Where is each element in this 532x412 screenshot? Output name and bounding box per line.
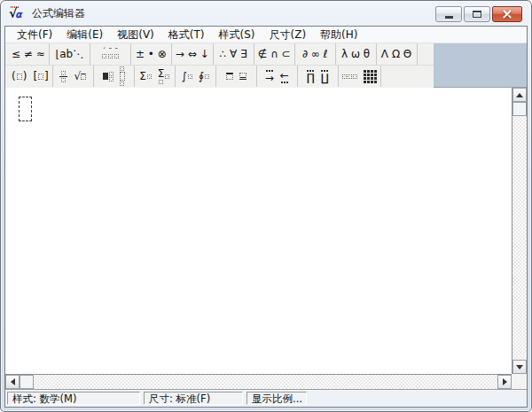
matrix-cell: [364, 70, 366, 73]
menu-help[interactable]: 帮助(H): [313, 27, 364, 43]
minimize-button[interactable]: [435, 6, 462, 22]
integral-glyph: ∫: [181, 71, 186, 82]
maximize-icon: [473, 11, 481, 18]
greek-lowercase-icon: λ ω θ: [341, 48, 370, 60]
dotted-slot-box: [159, 80, 163, 84]
bracket-template-icon: []: [33, 71, 48, 82]
empty-equation-slot[interactable]: [19, 97, 32, 121]
scroll-right-button[interactable]: [497, 375, 512, 389]
dotted-slot-box: [353, 74, 357, 79]
palette-greek-uppercase[interactable]: Λ Ω Θ: [377, 43, 418, 65]
palette-fence-templates[interactable]: () []: [8, 66, 53, 87]
equation-editor-window: √ α 公式编辑器 文件(F) 编辑(E) 视图(V) 格式(T) 样式(S) …: [0, 0, 532, 412]
toolbar-dock: ≤ ≠ ≈ ⌊ab⋱ ˊ ¨ ˉ ± • ⊗ → ⇔ ↓ ∴ ∀ ∃ ∉ ∩ ⊂…: [5, 43, 527, 88]
status-style-panel[interactable]: 样式: 数学(M): [7, 392, 140, 405]
arrow-left-glyph: ←: [280, 70, 289, 81]
arrow-left-icon: [11, 378, 15, 385]
vertical-scrollbar[interactable]: [512, 88, 527, 374]
palette-operator-symbols[interactable]: ± • ⊗: [131, 43, 172, 65]
matrix-cell: [374, 77, 377, 80]
matrix-row-template-icon: [342, 74, 357, 79]
matrix-cell: [367, 70, 370, 73]
dotted-slot-box: [188, 74, 192, 79]
paren-template-icon: (): [12, 71, 27, 82]
dotted-slot-box: [109, 77, 113, 82]
contour-integral-template-icon: ∮: [199, 71, 209, 82]
status-zoom-panel[interactable]: 显示比例...: [246, 392, 307, 405]
menu-format[interactable]: 格式(T): [161, 27, 212, 43]
scroll-up-button[interactable]: [512, 88, 527, 102]
sum-with-limits-template-icon: Σ: [158, 68, 170, 84]
overunder-script-template-icon: [120, 66, 125, 86]
menu-bar: 文件(F) 编辑(E) 视图(V) 格式(T) 样式(S) 尺寸(Z) 帮助(H…: [5, 27, 527, 43]
horizontal-scroll-track[interactable]: [34, 375, 497, 389]
dotted-slot-box: [61, 78, 66, 82]
palette-summation-templates[interactable]: Σ Σ: [135, 66, 176, 87]
vertical-scroll-track[interactable]: [512, 116, 527, 360]
matrix-cell: [364, 77, 366, 80]
scrollbar-corner: [512, 374, 527, 389]
minimize-icon: [445, 16, 453, 19]
matrix-cell: [367, 81, 370, 83]
horizontal-scroll-thumb[interactable]: [20, 375, 34, 389]
status-size-panel[interactable]: 尺寸: 标准(F): [144, 392, 243, 405]
maximize-button[interactable]: [464, 6, 490, 22]
arrow-right-glyph: →: [265, 73, 274, 83]
vertical-scroll-thumb[interactable]: [512, 102, 527, 116]
matrix-cell: [374, 70, 377, 73]
coproduct-template-icon: ∐: [321, 70, 329, 83]
dotted-slot-box: [342, 74, 347, 79]
dotted-slot-box: [38, 74, 43, 80]
menu-size[interactable]: 尺寸(Z): [262, 27, 313, 43]
sigma-with-limit: Σ: [158, 68, 165, 84]
palette-spaces-ellipses[interactable]: ⌊ab⋱: [50, 43, 90, 65]
palette-integral-templates[interactable]: ∫ ∮: [176, 66, 216, 87]
window-title: 公式编辑器: [32, 6, 85, 21]
palette-embellishments[interactable]: ˊ ¨ ˉ: [90, 43, 131, 65]
misc-symbols-icon: ∂ ∞ ℓ: [302, 48, 328, 60]
symbol-toolbar: ≤ ≠ ≈ ⌊ab⋱ ˊ ¨ ˉ ± • ⊗ → ⇔ ↓ ∴ ∀ ∃ ∉ ∩ ⊂…: [5, 43, 434, 66]
dotted-slot-box: [114, 54, 119, 58]
close-bracket: ]: [44, 71, 49, 82]
palette-set-theory-symbols[interactable]: ∉ ∩ ⊂: [254, 43, 295, 65]
coproduct-glyph: ∐: [321, 73, 329, 83]
matrix-cell: [374, 81, 377, 83]
dotted-slot-box: [120, 66, 124, 71]
overbar-template-icon: [226, 73, 233, 80]
template-toolbar: () [] √ Σ Σ ∫ ∮: [5, 66, 434, 88]
subsup-template-icon: [103, 72, 113, 82]
equation-canvas[interactable]: [5, 88, 512, 374]
scroll-down-button[interactable]: [512, 360, 527, 374]
palette-greek-lowercase[interactable]: λ ω θ: [336, 43, 377, 65]
palette-arrow-symbols[interactable]: → ⇔ ↓: [172, 43, 214, 65]
matrix-cell: [371, 74, 373, 76]
close-paren: ): [23, 71, 27, 82]
client-area: 文件(F) 编辑(E) 视图(V) 格式(T) 样式(S) 尺寸(Z) 帮助(H…: [4, 26, 528, 408]
palette-bar-templates[interactable]: [216, 66, 257, 87]
palette-matrix-templates[interactable]: [339, 66, 381, 87]
spaces-ellipses-icon: ⌊ab⋱: [55, 48, 83, 60]
dotted-slot-box: [102, 54, 106, 58]
palette-misc-symbols[interactable]: ∂ ∞ ℓ: [295, 43, 336, 65]
dotted-slot-box: [109, 72, 113, 76]
palette-relational-symbols[interactable]: ≤ ≠ ≈: [8, 43, 50, 65]
embellishment-bar-icon: ˉ: [114, 50, 119, 58]
scroll-left-button[interactable]: [5, 375, 20, 389]
label-dots: [281, 82, 288, 83]
palette-subscript-superscript-templates[interactable]: [94, 66, 135, 87]
app-icon-alpha-glyph: α: [15, 9, 22, 20]
palette-product-templates[interactable]: ∏ ∐: [298, 66, 339, 87]
edit-region: [5, 88, 527, 389]
palette-logical-symbols[interactable]: ∴ ∀ ∃: [214, 43, 254, 65]
matrix-cell: [367, 77, 370, 80]
menu-file[interactable]: 文件(F): [10, 27, 59, 43]
matrix-cell: [367, 74, 370, 76]
horizontal-scrollbar[interactable]: [5, 374, 512, 389]
relational-symbols-icon: ≤ ≠ ≈: [12, 48, 45, 60]
menu-view[interactable]: 视图(V): [110, 27, 161, 43]
close-button[interactable]: [492, 6, 522, 22]
palette-labeled-arrow-templates[interactable]: → ←: [257, 66, 298, 87]
palette-fraction-radical-templates[interactable]: √: [53, 66, 94, 87]
menu-style[interactable]: 样式(S): [212, 27, 262, 43]
menu-edit[interactable]: 编辑(E): [59, 27, 110, 43]
